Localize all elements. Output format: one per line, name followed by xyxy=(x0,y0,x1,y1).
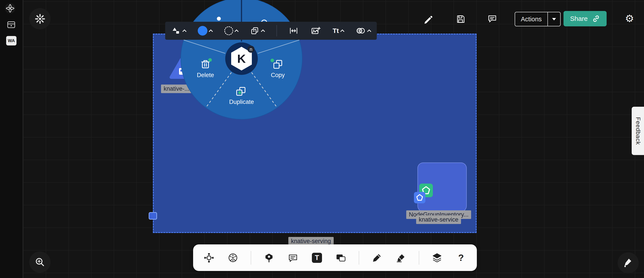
chevron-up-icon xyxy=(367,29,371,33)
tool-palette: T xyxy=(193,244,477,271)
comment-icon xyxy=(488,14,497,23)
dashed-circle-icon xyxy=(224,26,233,35)
sidebar-item-wa[interactable]: WA xyxy=(6,36,16,45)
tool-layers-button[interactable] xyxy=(431,252,443,264)
save-button[interactable] xyxy=(454,13,467,25)
comment-tool-icon xyxy=(288,253,298,263)
resize-width-icon xyxy=(289,26,298,36)
add-image-icon xyxy=(310,26,321,36)
toolbar-divider xyxy=(359,251,359,265)
tool-text-button[interactable]: T xyxy=(311,252,323,264)
gear-icon: ⚙ xyxy=(625,13,634,23)
share-label: Share xyxy=(570,15,588,22)
resize-label-button[interactable] xyxy=(289,26,298,36)
floppy-disk-icon xyxy=(456,14,466,24)
copies-button[interactable] xyxy=(250,26,264,36)
text-style-label: Tt xyxy=(332,27,339,34)
tool-help-button[interactable]: ? xyxy=(455,252,467,264)
service-node-icons xyxy=(413,182,435,205)
burst-icon xyxy=(35,14,45,24)
text-tool-icon: T xyxy=(312,253,322,263)
sidebar-item-archive[interactable] xyxy=(6,20,16,29)
tool-highlighter-button[interactable] xyxy=(395,252,407,264)
pencil-icon xyxy=(423,14,433,24)
link-icon xyxy=(592,15,600,23)
selection-resize-handle[interactable] xyxy=(149,212,157,220)
status-dot xyxy=(208,58,212,62)
opacity-button[interactable] xyxy=(356,26,370,36)
node-shapes-icon xyxy=(171,26,181,36)
actions-button[interactable]: Actions xyxy=(515,12,561,26)
flow-diagram-icon xyxy=(204,253,214,263)
chevron-up-icon xyxy=(209,29,213,33)
ink-pen-icon xyxy=(623,258,634,268)
pentagon-blue-icon xyxy=(414,192,425,203)
tool-kubernetes-button[interactable] xyxy=(227,252,239,264)
chevron-up-icon xyxy=(261,29,265,33)
actions-label: Actions xyxy=(515,12,548,26)
comments-button[interactable] xyxy=(486,12,498,25)
fill-color-button[interactable] xyxy=(198,26,212,36)
tool-node-button[interactable] xyxy=(263,252,275,264)
pen-icon xyxy=(372,253,382,263)
share-button[interactable]: Share xyxy=(564,11,606,26)
opacity-circles-icon xyxy=(356,26,366,36)
card-icon xyxy=(336,253,346,263)
service-node-label: knative-service xyxy=(416,215,461,224)
wa-badge-label: WA xyxy=(8,38,15,43)
magnifier-plus-icon xyxy=(34,257,46,268)
sidebar: WA xyxy=(0,0,23,278)
laser-pointer-button[interactable] xyxy=(618,252,639,274)
fill-color-swatch xyxy=(198,26,208,36)
radial-item-label: Delete xyxy=(197,72,214,78)
radial-item-label: Duplicate xyxy=(229,99,254,105)
settings-button[interactable]: ⚙ xyxy=(623,12,636,25)
radial-item-label: Copy xyxy=(271,72,285,78)
feedback-tab[interactable]: Feedback xyxy=(632,107,644,155)
archive-icon xyxy=(6,20,16,29)
style-toolbar: Tt xyxy=(165,22,377,40)
canvas[interactable]: knative-... NodeGroupInventory... knativ… xyxy=(0,0,644,278)
tool-card-button[interactable] xyxy=(335,252,347,264)
chevron-up-icon xyxy=(234,29,238,33)
radial-hub: K n xyxy=(225,42,258,75)
edit-button[interactable] xyxy=(422,13,434,25)
layers-icon xyxy=(432,253,442,263)
status-dot xyxy=(270,59,274,62)
actions-dropdown-button[interactable] xyxy=(548,12,560,26)
toolbar-divider xyxy=(251,251,251,265)
toolbar-divider xyxy=(419,251,419,265)
highlighter-icon xyxy=(396,253,406,263)
tool-flow-button[interactable] xyxy=(203,252,215,264)
person-icon xyxy=(217,17,221,21)
tool-pen-button[interactable] xyxy=(371,252,383,264)
node-style-button[interactable] xyxy=(171,26,186,36)
toolbar-divider xyxy=(276,25,277,36)
border-style-button[interactable] xyxy=(224,26,238,35)
add-image-button[interactable] xyxy=(310,26,321,36)
help-icon: ? xyxy=(458,253,464,263)
kubernetes-wheel-icon xyxy=(228,253,238,263)
app-logo[interactable] xyxy=(4,3,16,14)
hub-letter: K xyxy=(237,52,246,65)
tool-comment-button[interactable] xyxy=(287,252,299,264)
chevron-up-icon xyxy=(182,29,186,33)
text-style-button[interactable]: Tt xyxy=(332,27,344,34)
quick-menu-button[interactable] xyxy=(29,8,50,29)
radial-context-menu: Delete Copy Duplicate K n xyxy=(180,0,303,120)
chevron-up-icon xyxy=(340,29,344,33)
stack-icon xyxy=(250,26,260,36)
hub-badge-letter: n xyxy=(250,47,252,52)
feedback-label: Feedback xyxy=(634,117,641,145)
node-tool-icon xyxy=(264,253,274,263)
zoom-button[interactable] xyxy=(29,252,50,273)
chevron-down-icon xyxy=(552,18,556,20)
